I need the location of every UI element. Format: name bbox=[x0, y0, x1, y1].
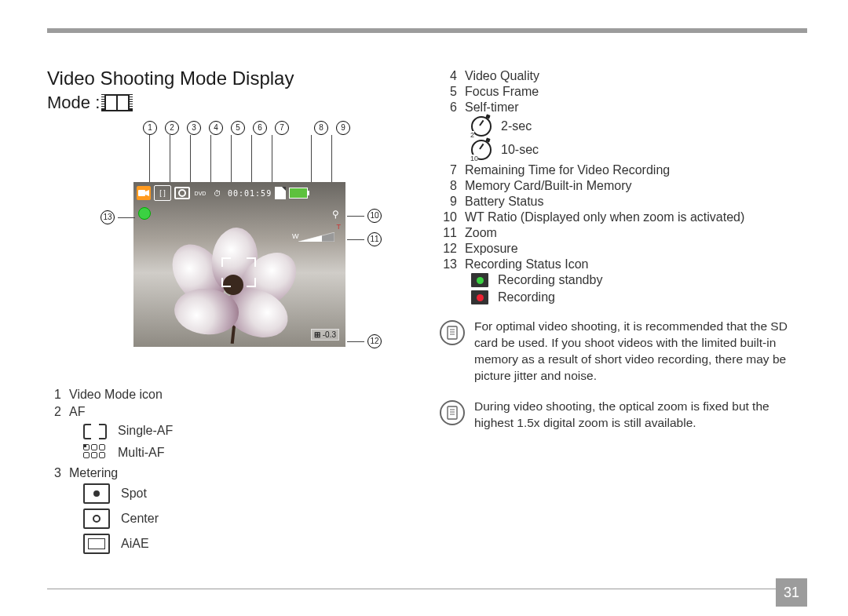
legend-self-timer: Self-timer bbox=[465, 100, 518, 115]
bottom-rule bbox=[47, 589, 807, 589]
zoom-magnifier-icon: ⚲ bbox=[332, 209, 339, 220]
note-text-zoom: During video shooting, the optical zoom … bbox=[474, 399, 809, 432]
leader-line bbox=[149, 135, 150, 185]
recording-label: Recording bbox=[498, 290, 555, 304]
leader-line bbox=[331, 135, 332, 185]
legend-af: AF bbox=[69, 405, 85, 419]
legend-zoom: Zoom bbox=[465, 226, 497, 240]
film-icon bbox=[104, 94, 130, 111]
leader-line bbox=[272, 135, 272, 185]
svg-rect-3 bbox=[448, 326, 457, 339]
focus-frame bbox=[221, 257, 256, 287]
legend-battery: Battery Status bbox=[465, 195, 544, 209]
legend-exposure: Exposure bbox=[465, 242, 518, 256]
callout-line-10: 10 bbox=[347, 209, 382, 223]
content-area: Video Shooting Mode Display Mode : 1 2 3… bbox=[47, 55, 807, 577]
ev-text: -0.3 bbox=[323, 330, 336, 339]
zoom-bar: W T bbox=[292, 229, 341, 240]
timer-2sec-label: 2-sec bbox=[501, 119, 532, 133]
manual-page: Video Shooting Mode Display Mode : 1 2 3… bbox=[0, 0, 848, 616]
note-icon bbox=[440, 320, 465, 345]
standby-status-icon bbox=[471, 273, 488, 287]
quality-osd-icon: DVD bbox=[193, 186, 207, 200]
leader-line bbox=[210, 135, 211, 185]
standby-label: Recording standby bbox=[498, 273, 602, 287]
spot-metering-icon bbox=[83, 483, 110, 504]
right-legend: 4Video Quality 5Focus Frame 6Self-timer … bbox=[440, 69, 809, 304]
timer-osd-icon: ⏱ bbox=[210, 186, 225, 200]
zoom-tele-label: T bbox=[337, 223, 342, 231]
display-diagram: 1 2 3 4 5 6 7 8 9 bbox=[79, 121, 393, 364]
mode-label: Mode : bbox=[47, 93, 100, 113]
legend-memory: Memory Card/Built-in Memory bbox=[465, 179, 631, 193]
legend-remaining-time: Remaining Time for Video Recording bbox=[465, 163, 670, 177]
timer-10sec-label: 10-sec bbox=[501, 143, 539, 157]
callout-line-12: 12 bbox=[347, 334, 382, 348]
recording-status-icon bbox=[138, 207, 151, 220]
top-rule bbox=[47, 28, 807, 33]
single-af-label: Single-AF bbox=[118, 424, 173, 438]
callout-line-11: 11 bbox=[347, 232, 382, 246]
mode-line: Mode : bbox=[47, 93, 408, 113]
leader-line bbox=[170, 135, 170, 185]
svg-rect-0 bbox=[138, 190, 145, 196]
center-label: Center bbox=[121, 512, 159, 526]
callout-11: 11 bbox=[367, 232, 382, 246]
left-legend: 1Video Mode icon 2AF Single-AF Multi-AF … bbox=[47, 388, 408, 554]
callout-4: 4 bbox=[209, 121, 223, 135]
recording-status-square-icon bbox=[471, 290, 488, 304]
page-title: Video Shooting Mode Display bbox=[47, 67, 408, 89]
aiae-metering-icon bbox=[83, 534, 110, 554]
callout-1: 1 bbox=[143, 121, 157, 135]
callout-line-13: 13 bbox=[101, 210, 135, 224]
note-text-sd: For optimal video shooting, it is recomm… bbox=[474, 319, 809, 385]
callout-8: 8 bbox=[314, 121, 328, 135]
legend-metering: Metering bbox=[69, 466, 118, 480]
callout-6: 6 bbox=[253, 121, 267, 135]
legend-wt-ratio: WT Ratio (Displayed only when zoom is ac… bbox=[465, 210, 744, 224]
callout-3: 3 bbox=[187, 121, 201, 135]
single-af-icon bbox=[83, 422, 107, 439]
legend-sub: Center bbox=[83, 508, 408, 529]
legend-sub: Single-AF bbox=[83, 422, 408, 439]
note-sd-card: For optimal video shooting, it is recomm… bbox=[440, 319, 809, 385]
legend-row: 2AF bbox=[47, 405, 408, 419]
spot-label: Spot bbox=[121, 487, 147, 501]
left-column: Video Shooting Mode Display Mode : 1 2 3… bbox=[47, 67, 408, 559]
leader-line bbox=[190, 135, 191, 185]
timer-10sec-icon: 10 bbox=[471, 140, 492, 160]
aiae-label: AiAE bbox=[121, 537, 149, 551]
legend-row: 3Metering bbox=[47, 466, 408, 480]
right-column: 4Video Quality 5Focus Frame 6Self-timer … bbox=[440, 67, 809, 432]
callout-2: 2 bbox=[165, 121, 179, 135]
svg-rect-7 bbox=[448, 406, 457, 419]
center-metering-icon bbox=[83, 508, 110, 529]
multi-af-icon bbox=[83, 444, 107, 461]
callout-9: 9 bbox=[336, 121, 350, 135]
scene-flower bbox=[179, 237, 297, 339]
metering-osd-icon bbox=[174, 186, 190, 200]
callout-5: 5 bbox=[231, 121, 245, 135]
osd-time: 00:01:59 bbox=[228, 189, 272, 198]
exposure-value: ⊞-0.3 bbox=[311, 329, 339, 341]
legend-video-mode: Video Mode icon bbox=[69, 388, 163, 402]
battery-icon bbox=[289, 188, 308, 199]
legend-rec-status: Recording Status Icon bbox=[465, 257, 588, 272]
callout-10: 10 bbox=[367, 209, 382, 223]
leader-line bbox=[231, 135, 232, 188]
top-callouts: 1 2 3 4 5 6 7 8 9 bbox=[143, 121, 350, 135]
timer-2sec-icon: 2 bbox=[471, 116, 492, 137]
legend-row: 1Video Mode icon bbox=[47, 388, 408, 402]
note-icon bbox=[440, 400, 465, 425]
page-number: 31 bbox=[776, 578, 807, 607]
callout-7: 7 bbox=[275, 121, 289, 135]
lcd-screen: [ ] DVD ⏱ 00:01:59 ⚲ W T bbox=[133, 182, 345, 347]
af-osd-icon: [ ] bbox=[154, 185, 171, 201]
callout-12: 12 bbox=[367, 334, 382, 348]
multi-af-label: Multi-AF bbox=[118, 446, 165, 460]
video-mode-icon bbox=[137, 186, 151, 200]
leader-line bbox=[311, 135, 312, 185]
legend-focus-frame: Focus Frame bbox=[465, 85, 539, 99]
callout-13: 13 bbox=[101, 210, 115, 224]
legend-sub: Multi-AF bbox=[83, 444, 408, 461]
